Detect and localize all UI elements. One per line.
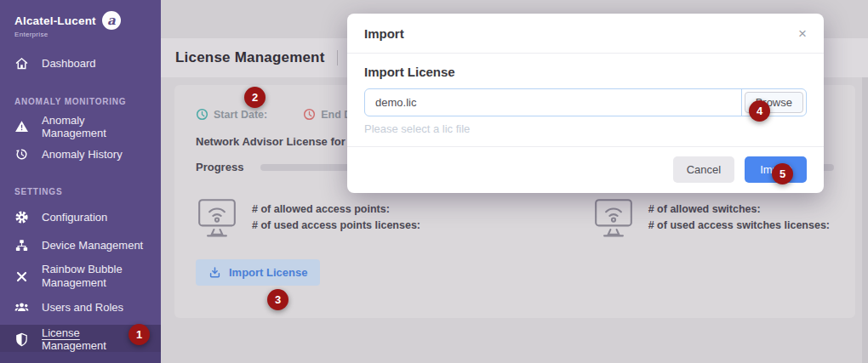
allowed-switches-label: # of allowed switches:: [648, 201, 830, 218]
modal-title: Import: [364, 26, 404, 41]
sidebar-item-configuration[interactable]: Configuration: [0, 203, 161, 231]
access-point-monitor-icon: [196, 197, 238, 238]
cancel-button[interactable]: Cancel: [673, 156, 734, 183]
modal-body: Import License Browse Please select a li…: [347, 54, 824, 135]
switch-monitor-icon: [592, 197, 635, 238]
sidebar: Alcatel-Lucent a Enterprise Dashboard AN…: [0, 0, 161, 363]
header-divider: [337, 50, 338, 65]
switches-counter: # of allowed switches: # of used access …: [592, 197, 830, 238]
step-badge-2: 2: [244, 87, 266, 108]
step-badge-5: 5: [772, 163, 793, 184]
brand: Alcatel-Lucent a Enterprise: [0, 0, 161, 38]
sidebar-item-label: Anomaly Management: [42, 114, 146, 139]
import-license-button[interactable]: Import License: [196, 259, 320, 286]
sidebar-item-label: Anomaly History: [42, 148, 123, 161]
tools-icon: [14, 269, 29, 284]
sidebar-item-users-and-roles[interactable]: Users and Roles: [0, 293, 161, 321]
gear-icon: [14, 210, 29, 224]
home-icon: [14, 56, 29, 71]
step-badge-4: 4: [749, 100, 770, 122]
used-access-points-label: # of used access points licenses:: [252, 218, 420, 234]
close-icon[interactable]: ×: [798, 26, 807, 41]
import-license-heading: Import License: [364, 65, 807, 79]
alcatel-lucent-logo-icon: a: [102, 11, 121, 30]
license-counters: # of allowed access points: # of used ac…: [196, 197, 834, 238]
allowed-access-points-label: # of allowed access points:: [252, 201, 420, 218]
import-license-button-label: Import License: [229, 266, 307, 279]
vertical-scrollbar[interactable]: [862, 77, 868, 363]
license-file-input[interactable]: [365, 89, 741, 116]
start-date-label: Start Date:: [214, 109, 267, 121]
end-clock-icon: [303, 108, 316, 121]
file-hint-text: Please select a lic file: [364, 122, 807, 135]
sidebar-item-label: Users and Roles: [42, 301, 123, 314]
start-date: Start Date:: [196, 108, 267, 121]
download-icon: [208, 266, 221, 279]
sidebar-item-label: Configuration: [42, 211, 107, 224]
users-icon: [14, 300, 29, 315]
sidebar-item-label: Device Management: [42, 239, 143, 252]
warning-icon: [14, 119, 29, 133]
sitemap-icon: [14, 238, 29, 252]
sidebar-item-label: Rainbow Bubble Management: [42, 263, 135, 291]
brand-subtitle: Enterprise: [14, 31, 161, 38]
shield-icon: [14, 332, 29, 347]
step-badge-1: 1: [128, 324, 150, 345]
sidebar-section-settings: SETTINGS: [0, 187, 161, 196]
step-badge-3: 3: [267, 289, 288, 310]
file-input-group: Browse: [364, 88, 807, 116]
input-separator: [741, 89, 742, 116]
sidebar-item-rainbow-bubble-management[interactable]: Rainbow Bubble Management: [0, 259, 161, 293]
start-clock-icon: [196, 108, 208, 121]
page-title: License Management: [175, 49, 325, 66]
sidebar-item-anomaly-history[interactable]: Anomaly History: [0, 140, 161, 168]
modal-footer: Cancel Import: [347, 146, 824, 193]
access-points-counter: # of allowed access points: # of used ac…: [196, 197, 420, 238]
sidebar-item-anomaly-management[interactable]: Anomaly Management: [0, 112, 161, 140]
brand-name: Alcatel-Lucent: [14, 14, 96, 27]
sidebar-item-dashboard[interactable]: Dashboard: [0, 49, 161, 77]
history-icon: [14, 147, 29, 162]
used-switches-label: # of used access switches licenses:: [648, 218, 830, 234]
sidebar-item-label: Dashboard: [42, 57, 96, 70]
sidebar-item-device-management[interactable]: Device Management: [0, 231, 161, 259]
sidebar-bottom-strip: [0, 352, 161, 363]
sidebar-section-anomaly-monitoring: ANOMALY MONITORING: [0, 97, 161, 106]
progress-label: Progress: [196, 161, 243, 173]
modal-header: Import ×: [347, 14, 824, 53]
